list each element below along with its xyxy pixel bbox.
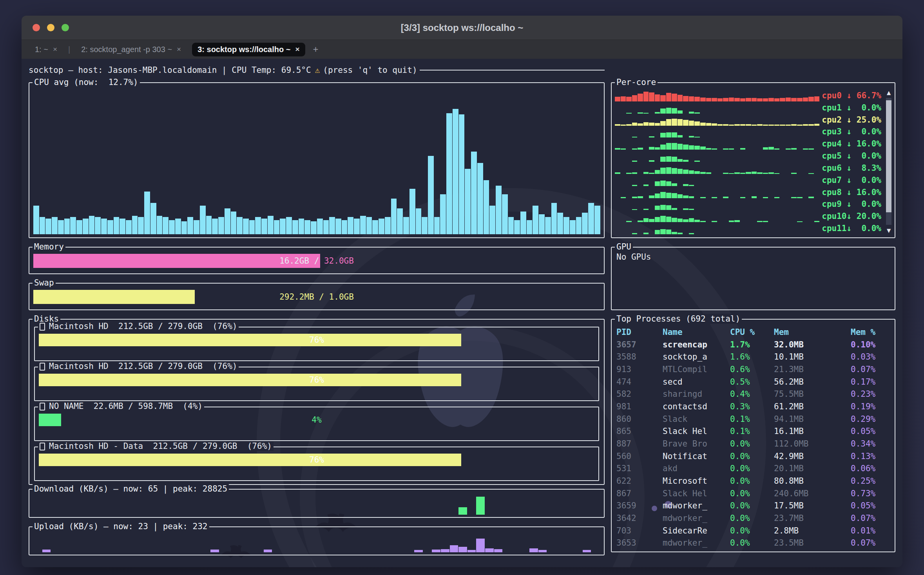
- zoom-window-button[interactable]: [62, 24, 69, 31]
- tab-1[interactable]: 1: ~ ×: [29, 43, 63, 56]
- cpu10-sparkline: [615, 211, 819, 222]
- cpu5-label: cpu5 ↓ 0.0%: [822, 150, 881, 162]
- process-row-865: 865Slack Hel0.1%16.1MB0.05%: [616, 425, 890, 438]
- disk-usage-gauge: 76%: [39, 334, 594, 346]
- process-cell: 531: [616, 464, 663, 473]
- memory-title: Memory: [33, 242, 65, 252]
- process-cell: 2.8MB: [774, 526, 851, 535]
- cpu-avg-title: CPU avg (now: 12.7%): [33, 77, 140, 87]
- process-cell: 0.29%: [851, 414, 890, 424]
- gpu-title: GPU: [615, 242, 633, 252]
- scrollbar-thumb[interactable]: [886, 100, 891, 212]
- process-cell: 10.1MB: [774, 352, 851, 362]
- process-cell: 0.0%: [730, 489, 774, 498]
- disk-usage-label: 76%: [39, 374, 594, 386]
- host-status-text: socktop — host: Jasons-MBP.localdomain |…: [29, 65, 311, 75]
- process-cell: mdworker_: [663, 538, 730, 548]
- disk-usage-label: 76%: [39, 334, 594, 346]
- process-row-474: 474secd0.5%56.2MB0.17%: [616, 376, 890, 388]
- scroll-up-icon[interactable]: ▲: [887, 89, 891, 96]
- process-cell: 860: [616, 414, 663, 424]
- window-titlebar[interactable]: [3/3] socktop ws://localho ~: [22, 16, 902, 40]
- column-header-cpu: CPU %: [730, 327, 774, 337]
- core-row-cpu11: cpu11↓ 0.0%: [615, 223, 881, 234]
- quit-hint: (press 'q' to quit): [323, 65, 417, 75]
- cpu0-sparkline: [615, 90, 819, 101]
- gpu-panel: GPU No GPUs: [611, 247, 895, 310]
- cpu10-label: cpu10↓ 20.0%: [822, 211, 881, 222]
- process-row-3642: 3642mdworker_0.0%23.7MB0.07%: [616, 512, 890, 524]
- scroll-down-icon[interactable]: ▼: [887, 226, 891, 234]
- disk-item-title: Macintosh HD 212.5GB / 279.0GB (76%): [38, 362, 239, 371]
- cpu6-sparkline: [615, 163, 819, 174]
- disk-list: Macintosh HD 212.5GB / 279.0GB (76%)76%M…: [34, 327, 599, 481]
- process-cell: 913: [616, 365, 663, 374]
- memory-gauge: 16.2GB / 32.0GB: [33, 254, 600, 268]
- tab-1-label: 1: ~: [35, 45, 48, 54]
- core-row-cpu10: cpu10↓ 20.0%: [615, 211, 881, 222]
- cpu8-sparkline: [615, 187, 819, 198]
- cpu0-label: cpu0 ↓ 66.7%: [822, 90, 881, 101]
- process-cell: 0.0%: [730, 476, 774, 486]
- process-cell: socktop_a: [663, 352, 730, 362]
- tab-3-close-icon[interactable]: ×: [295, 45, 299, 54]
- per-core-rows: cpu0 ↓ 66.7%cpu1 ↓ 0.0%cpu2 ↓ 25.0%cpu3 …: [615, 90, 881, 234]
- download-panel: Download (KB/s) — now: 65 | peak: 28825: [29, 489, 605, 518]
- tab-3-active[interactable]: 3: socktop ws://localho ~ ×: [192, 43, 305, 56]
- process-table: PIDNameCPU %MemMem %3657screencap1.7%32.…: [616, 326, 890, 549]
- process-cell: 703: [616, 526, 663, 535]
- core-row-cpu4: cpu4 ↓ 16.0%: [615, 138, 881, 150]
- process-cell: 0.34%: [851, 439, 890, 448]
- process-row-3657: 3657screencap1.7%32.0MB0.10%: [616, 338, 890, 351]
- process-cell: 80.8MB: [774, 476, 851, 486]
- memory-used-value: 16.2GB /: [279, 256, 319, 266]
- minimize-window-button[interactable]: [47, 24, 54, 31]
- disk-usage-label: 4%: [39, 414, 594, 426]
- process-cell: 75.5MB: [774, 389, 851, 399]
- process-cell: screencap: [663, 340, 730, 349]
- process-cell: Slack: [663, 414, 730, 424]
- disk-usage-gauge: 76%: [39, 454, 594, 466]
- process-cell: 3653: [616, 538, 663, 548]
- process-row-981: 981contactsd0.3%61.2MB0.19%: [616, 400, 890, 413]
- per-core-panel: Per-core cpu0 ↓ 66.7%cpu1 ↓ 0.0%cpu2 ↓ 2…: [611, 82, 895, 238]
- terminal-screen[interactable]: socktop — host: Jasons-MBP.localdomain |…: [22, 59, 902, 567]
- cpu7-label: cpu7 ↓ 0.0%: [822, 175, 881, 186]
- process-cell: 94.1MB: [774, 414, 851, 424]
- warning-icon: ⚠: [311, 65, 323, 75]
- process-row-913: 913MTLCompil0.6%21.3MB0.07%: [616, 363, 890, 376]
- process-cell: 582: [616, 389, 663, 399]
- close-window-button[interactable]: [33, 24, 40, 31]
- per-core-scrollbar[interactable]: ▲ ▼: [884, 89, 893, 234]
- disk-item-0: Macintosh HD 212.5GB / 279.0GB (76%)76%: [34, 327, 599, 361]
- process-cell: 0.05%: [851, 427, 890, 436]
- scrollbar-track[interactable]: [886, 98, 891, 225]
- process-cell: 0.0%: [730, 464, 774, 473]
- cpu2-label: cpu2 ↓ 25.0%: [822, 114, 881, 126]
- process-table-header: PIDNameCPU %MemMem %: [616, 326, 890, 338]
- cpu9-sparkline: [615, 199, 819, 210]
- process-cell: 23.7MB: [774, 514, 851, 523]
- new-tab-button[interactable]: +: [313, 44, 319, 55]
- cpu-avg-panel: CPU avg (now: 12.7%): [29, 82, 605, 238]
- top-processes-panel: Top Processes (692 total) PIDNameCPU %Me…: [611, 319, 895, 552]
- cpu11-label: cpu11↓ 0.0%: [822, 223, 881, 234]
- process-cell: 981: [616, 402, 663, 411]
- per-core-title: Per-core: [615, 77, 658, 87]
- process-row-3659: 3659mdworker_0.0%17.5MB0.05%: [616, 499, 890, 512]
- process-cell: 0.07%: [851, 365, 890, 374]
- tab-2-close-icon[interactable]: ×: [177, 45, 181, 54]
- process-cell: 0.01%: [851, 526, 890, 535]
- process-cell: 0.19%: [851, 402, 890, 411]
- tab-2-label: 2: socktop_agent -p 303 ~: [81, 45, 172, 54]
- process-row-703: 703SidecarRe0.0%2.8MB0.01%: [616, 524, 890, 537]
- process-cell: 61.2MB: [774, 402, 851, 411]
- disk-item-title: Macintosh HD - Data 212.5GB / 279.0GB (7…: [38, 441, 274, 451]
- process-row-582: 582sharingd0.4%75.5MB0.23%: [616, 388, 890, 400]
- upload-title: Upload (KB/s) — now: 23 | peak: 232: [33, 521, 209, 532]
- tab-1-close-icon[interactable]: ×: [53, 45, 57, 54]
- upload-chart: [33, 533, 600, 552]
- tab-2[interactable]: 2: socktop_agent -p 303 ~ ×: [76, 43, 187, 56]
- process-row-867: 867Slack Hel0.0%240.6MB0.73%: [616, 487, 890, 500]
- process-cell: 0.13%: [851, 452, 890, 461]
